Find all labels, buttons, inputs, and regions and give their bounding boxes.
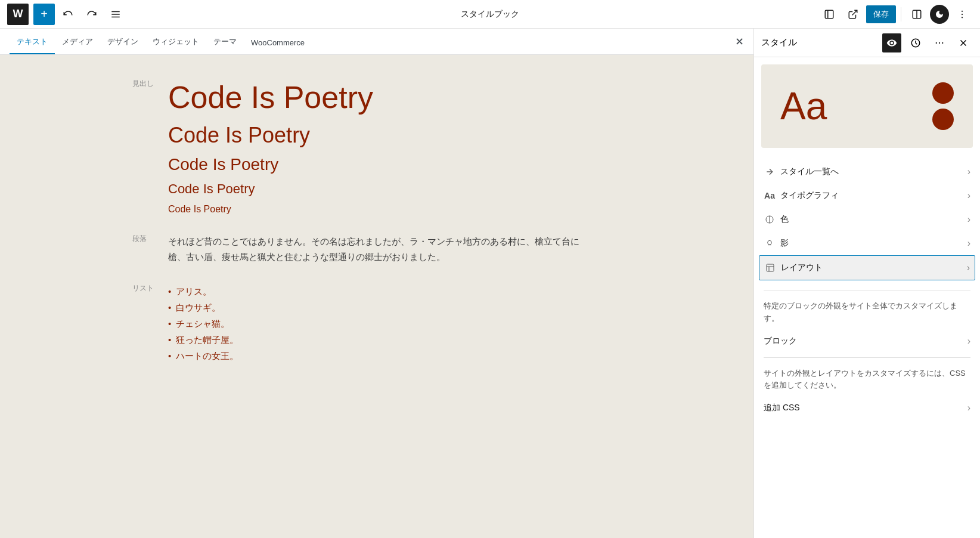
tab-woocommerce[interactable]: WooCommerce	[244, 32, 312, 54]
nav-typography-label: タイポグラフィ	[780, 190, 839, 201]
history-button[interactable]	[906, 33, 925, 52]
tab-widget[interactable]: ウィジェット	[145, 30, 206, 54]
editor-area: テキスト メディア デザイン ウィジェット テーマ WooCommerce ✕ …	[0, 29, 753, 538]
heading-h3: Code Is Poetry	[168, 155, 585, 174]
view-style-button[interactable]	[882, 33, 901, 52]
dark-mode-button[interactable]	[930, 5, 949, 24]
heading-h2: Code Is Poetry	[168, 123, 585, 148]
main-area: テキスト メディア デザイン ウィジェット テーマ WooCommerce ✕ …	[0, 29, 980, 538]
wp-logo: W	[7, 4, 29, 25]
svg-point-9	[962, 13, 963, 14]
nav-style-list-label: スタイル一覧へ	[780, 166, 839, 177]
preview-area[interactable]: 見出し Code Is Poetry Code Is Poetry Code I…	[0, 55, 753, 538]
list-item: アリス。	[168, 283, 585, 299]
view-button[interactable]	[818, 4, 840, 25]
nav-item-layout[interactable]: レイアウト ›	[759, 255, 975, 280]
nav-item-additional-css[interactable]: 追加 CSS ›	[754, 397, 980, 419]
svg-point-20	[768, 240, 772, 245]
heading-label: 見出し	[132, 79, 154, 89]
sidebar-options-button[interactable]	[930, 33, 949, 52]
color-dot-2	[932, 109, 954, 130]
list-item: 白ウサギ。	[168, 299, 585, 316]
heading-h4: Code Is Poetry	[168, 181, 585, 197]
svg-rect-3	[825, 10, 833, 18]
style-color-dots	[932, 82, 954, 130]
nav-item-color[interactable]: 色 ›	[754, 208, 980, 231]
list-item: ハートの女王。	[168, 348, 585, 364]
undo-button[interactable]	[57, 4, 79, 25]
layout-toggle-button[interactable]	[906, 4, 928, 25]
style-preview-box: Aa	[761, 64, 973, 148]
sidebar-header: スタイル	[754, 29, 980, 57]
paragraph-section: 段落 それほど昔のことではありません。その名は忘れましたが、ラ・マンチャ地方のあ…	[168, 234, 585, 264]
chevron-right-icon: ›	[967, 238, 970, 249]
tab-media[interactable]: メディア	[55, 30, 100, 54]
nav-item-shadow[interactable]: 影 ›	[754, 231, 980, 255]
color-icon	[764, 214, 776, 225]
nav-color-label: 色	[780, 214, 789, 225]
list-items: アリス。 白ウサギ。 チェシャ猫。 狂った帽子屋。 ハートの女王。	[168, 283, 585, 364]
options-button[interactable]	[951, 4, 973, 25]
paragraph-text: それほど昔のことではありません。その名は忘れましたが、ラ・マンチャ地方のある村に…	[168, 234, 585, 264]
heading-h1: Code Is Poetry	[168, 79, 585, 116]
tab-text[interactable]: テキスト	[10, 30, 55, 54]
toolbar-divider	[901, 7, 901, 21]
chevron-right-icon: ›	[967, 166, 970, 177]
arrow-right-icon	[764, 166, 776, 178]
svg-point-12	[936, 42, 937, 43]
heading-h5: Code Is Poetry	[168, 204, 585, 215]
typography-icon: Aa	[764, 190, 776, 202]
sidebar-nav: スタイル一覧へ › Aa タイポグラフィ ›	[754, 155, 980, 285]
preview-content: 見出し Code Is Poetry Code Is Poetry Code I…	[120, 79, 633, 364]
wp-logo-mark: W	[13, 8, 23, 20]
chevron-right-icon: ›	[967, 403, 970, 413]
nav-item-block[interactable]: ブロック ›	[754, 330, 980, 353]
nav-item-style-list[interactable]: スタイル一覧へ ›	[754, 160, 980, 184]
nav-item-typography[interactable]: Aa タイポグラフィ ›	[754, 184, 980, 208]
right-sidebar: スタイル	[753, 29, 980, 538]
sidebar-divider-1	[764, 290, 970, 290]
save-button[interactable]: 保存	[866, 5, 896, 23]
paragraph-label: 段落	[132, 234, 147, 244]
style-aa-text: Aa	[780, 84, 827, 128]
sidebar-content: Aa スタイル一覧へ	[754, 57, 980, 538]
nav-shadow-label: 影	[780, 238, 789, 249]
tabs-bar: テキスト メディア デザイン ウィジェット テーマ WooCommerce ✕	[0, 29, 753, 55]
add-block-button[interactable]: +	[33, 4, 55, 25]
close-tabs-button[interactable]: ✕	[735, 35, 744, 48]
toolbar-left: W +	[7, 4, 126, 25]
chevron-right-icon: ›	[967, 214, 970, 225]
chevron-right-icon: ›	[967, 336, 970, 347]
headings-section: 見出し Code Is Poetry Code Is Poetry Code I…	[168, 79, 585, 215]
svg-point-13	[939, 42, 940, 43]
tab-design[interactable]: デザイン	[100, 30, 145, 54]
toolbar: W + スタイルブック	[0, 0, 980, 29]
shadow-icon	[764, 237, 776, 249]
sidebar-title: スタイル	[761, 37, 877, 48]
editor-title: スタイルブック	[461, 9, 519, 20]
sidebar-desc-1: 特定のブロックの外観をサイト全体でカスタマイズします。	[754, 295, 980, 330]
svg-point-14	[942, 42, 943, 43]
list-section: リスト アリス。 白ウサギ。 チェシャ猫。 狂った帽子屋。 ハートの女王。	[168, 283, 585, 364]
nav-block-label: ブロック	[764, 336, 797, 347]
menu-button[interactable]	[105, 4, 126, 25]
nav-layout-label: レイアウト	[781, 262, 823, 273]
svg-rect-22	[767, 264, 774, 271]
list-item: 狂った帽子屋。	[168, 332, 585, 348]
sidebar-divider-2	[764, 357, 970, 358]
chevron-right-icon: ›	[967, 190, 970, 201]
list-label: リスト	[132, 283, 154, 293]
tab-theme[interactable]: テーマ	[206, 30, 244, 54]
svg-point-8	[962, 10, 963, 11]
toolbar-right: 保存	[818, 4, 973, 25]
svg-point-10	[962, 17, 963, 18]
external-link-button[interactable]	[842, 4, 864, 25]
layout-icon	[764, 262, 776, 274]
sidebar-close-button[interactable]	[954, 33, 973, 52]
list-item: チェシャ猫。	[168, 316, 585, 332]
nav-additional-css-label: 追加 CSS	[764, 403, 800, 413]
redo-button[interactable]	[81, 4, 103, 25]
chevron-right-icon: ›	[967, 262, 970, 273]
svg-line-5	[852, 10, 857, 15]
sidebar-desc-2: サイトの外観とレイアウトをカスタマイズするには、CSS を追加してください。	[754, 363, 980, 397]
